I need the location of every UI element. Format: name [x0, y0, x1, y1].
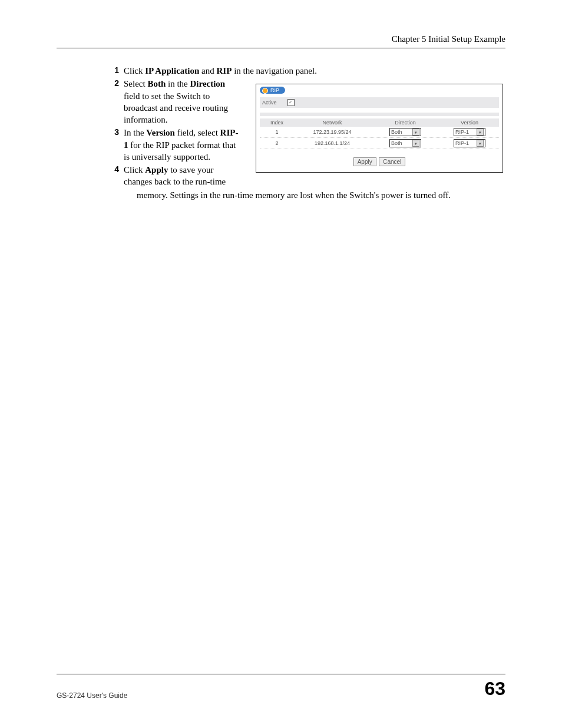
col-network: Network — [294, 120, 371, 126]
apply-button[interactable]: Apply — [353, 157, 376, 166]
cell-index: 1 — [262, 129, 292, 135]
step-text: field to set the Switch to broadcast and… — [124, 91, 228, 125]
step-1: 1 Click IP Application and RIP in the na… — [124, 65, 505, 77]
step-bold: Apply — [145, 165, 168, 174]
step-text: in the — [166, 79, 190, 88]
guide-title: GS-2724 User's Guide — [57, 691, 127, 700]
cell-network: 192.168.1.1/24 — [294, 140, 371, 146]
table-row: 2 192.168.1.1/24 Both ▾ RIP-1 ▾ — [260, 138, 499, 149]
chevron-down-icon: ▾ — [477, 140, 484, 147]
step-text: field, select — [175, 128, 220, 137]
footer-rule — [57, 674, 505, 674]
page-header: Chapter 5 Initial Setup Example — [57, 34, 505, 44]
direction-dropdown[interactable]: Both ▾ — [389, 128, 421, 136]
active-label: Active — [262, 100, 277, 106]
version-dropdown[interactable]: RIP-1 ▾ — [454, 139, 485, 147]
header-rule — [57, 48, 505, 48]
step-number: 1 — [111, 65, 119, 76]
col-direction: Direction — [373, 120, 438, 126]
step-3: 3 In the Version field, select RIP-1 for… — [124, 127, 242, 163]
step-number: 3 — [111, 127, 119, 138]
table-row: 1 172.23.19.95/24 Both ▾ RIP-1 ▾ — [260, 127, 499, 138]
version-dropdown[interactable]: RIP-1 ▾ — [454, 128, 485, 136]
step-bold: Version — [146, 128, 175, 137]
table-header: Index Network Direction Version — [260, 118, 499, 127]
active-checkbox[interactable]: ✓ — [287, 99, 295, 106]
active-row: Active ✓ — [260, 97, 499, 108]
step-number: 4 — [111, 164, 119, 175]
page-footer: GS-2724 User's Guide 63 — [57, 674, 505, 700]
step-4-continuation: memory. Settings in the run-time memory … — [137, 189, 505, 201]
button-row: Apply Cancel — [260, 157, 499, 166]
step-text: Click — [124, 66, 145, 75]
dropdown-value: Both — [391, 140, 402, 146]
step-number: 2 — [111, 78, 119, 89]
col-version: Version — [440, 120, 499, 126]
dropdown-value: RIP-1 — [455, 129, 469, 135]
col-index: Index — [262, 120, 292, 126]
divider-bar — [260, 113, 499, 116]
step-text: Select — [124, 79, 147, 88]
page-number: 63 — [484, 678, 505, 700]
chevron-down-icon: ▾ — [412, 140, 419, 147]
chevron-down-icon: ▾ — [412, 129, 419, 136]
step-text: for the RIP packet format that is univer… — [124, 140, 236, 162]
step-text: in the navigation panel. — [232, 66, 317, 75]
rip-config-panel: RIP Active ✓ Index Network Direction Ver… — [256, 84, 503, 173]
step-bold: Direction — [190, 79, 226, 88]
dropdown-value: RIP-1 — [455, 140, 469, 146]
step-text: In the — [124, 128, 146, 137]
rip-tab[interactable]: RIP — [260, 87, 285, 94]
step-4: 4 Click Apply to save your changes back … — [124, 164, 242, 188]
step-bold: IP Application — [145, 66, 199, 75]
cell-index: 2 — [262, 140, 292, 146]
step-text: and — [199, 66, 216, 75]
direction-dropdown[interactable]: Both ▾ — [389, 139, 421, 147]
chevron-down-icon: ▾ — [477, 129, 484, 136]
step-bold: RIP — [217, 66, 232, 75]
step-text: Click — [124, 165, 145, 174]
dropdown-value: Both — [391, 129, 402, 135]
step-bold: Both — [147, 79, 166, 88]
step-2: 2 Select Both in the Direction field to … — [124, 78, 242, 126]
cell-network: 172.23.19.95/24 — [294, 129, 371, 135]
cancel-button[interactable]: Cancel — [379, 157, 405, 166]
